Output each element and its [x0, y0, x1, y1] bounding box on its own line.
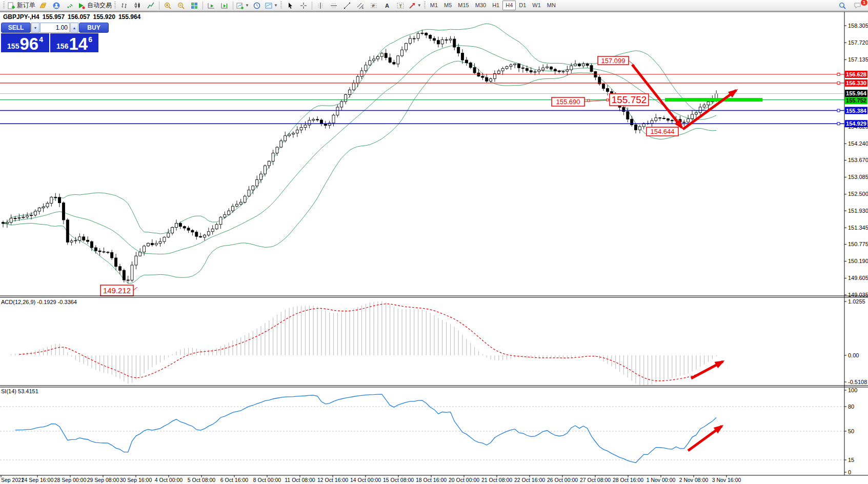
bar-chart-button[interactable] [117, 1, 131, 11]
period-button[interactable] [250, 1, 264, 11]
timeframe-m5-button[interactable]: M5 [441, 1, 455, 10]
one-click-trading-panel: SELL ▼ ▲ BUY 155964 156146 [1, 23, 98, 52]
chart-shift-button[interactable] [218, 1, 231, 11]
timeframe-m30-button[interactable]: M30 [472, 1, 489, 10]
svg-text:154.240: 154.240 [848, 140, 868, 147]
crosshair-icon [299, 2, 308, 10]
svg-text:154.644: 154.644 [651, 128, 675, 135]
gold-button[interactable] [36, 1, 50, 11]
notifications-button[interactable]: 1 [851, 1, 864, 11]
toolbar: 新订单自动交易▼▼EFAT▼M1M5M15M30H1H4D1W1MN1 [0, 0, 868, 11]
line-chart-button[interactable] [144, 1, 157, 11]
buy-price-sup: 6 [88, 35, 92, 44]
fibo-button[interactable]: F [367, 1, 380, 11]
svg-text:30 Sep 16:00: 30 Sep 16:00 [120, 477, 152, 483]
svg-text:1.0255: 1.0255 [848, 298, 865, 305]
timeframe-m15-button[interactable]: M15 [455, 1, 472, 10]
svg-text:Sep 2021: Sep 2021 [1, 477, 24, 483]
chevron-down-icon: ▼ [417, 3, 421, 8]
auto-scroll-button[interactable] [205, 1, 218, 11]
svg-text:E: E [361, 6, 364, 9]
symbol-timeframe: GBPJPY-,H4 [3, 13, 39, 21]
label-button[interactable]: T [394, 1, 407, 11]
signal-icon [66, 2, 74, 10]
chart-svg: 157.099155.690155.752154.644149.212158.3… [0, 0, 868, 484]
volume-increase-button[interactable]: ▲ [70, 23, 78, 33]
vline-button[interactable] [314, 1, 327, 11]
candle-chart-button[interactable] [131, 1, 144, 11]
svg-text:50: 50 [848, 428, 854, 434]
timeframe-m1-button[interactable]: M1 [427, 1, 441, 10]
cursor-button[interactable] [284, 1, 297, 11]
hline-icon [330, 2, 338, 10]
svg-text:-0.5108: -0.5108 [848, 379, 867, 385]
svg-text:11 Oct 08:00: 11 Oct 08:00 [285, 477, 315, 483]
timeframe-w1-button[interactable]: W1 [529, 1, 544, 10]
toolbar-grip[interactable] [424, 2, 426, 9]
svg-text:6 Oct 16:00: 6 Oct 16:00 [220, 477, 248, 483]
sell-price[interactable]: 155964 [1, 33, 49, 52]
zoom-out-button[interactable] [174, 1, 188, 11]
hline-button[interactable] [327, 1, 340, 11]
toolbar-separator [159, 2, 159, 10]
svg-text:155.690: 155.690 [556, 98, 580, 106]
new-order-button[interactable]: 新订单 [6, 1, 36, 11]
channel-button[interactable]: E [354, 1, 367, 11]
toolbar-grip[interactable] [114, 2, 116, 9]
svg-text:100: 100 [848, 387, 857, 393]
svg-text:158.305: 158.305 [848, 23, 868, 29]
svg-text:150.190: 150.190 [848, 258, 868, 264]
svg-text:27 Oct 08:00: 27 Oct 08:00 [580, 477, 611, 483]
autotrade-button[interactable]: 自动交易 [76, 1, 113, 11]
channel-icon: E [356, 2, 365, 10]
label-icon: T [396, 2, 405, 10]
volume-decrease-button[interactable]: ▼ [31, 23, 39, 33]
timeframe-d1-button[interactable]: D1 [516, 1, 529, 10]
arrows-button[interactable]: ▼ [407, 1, 422, 11]
tile-windows-button[interactable] [188, 1, 201, 11]
svg-text:0: 0 [848, 469, 851, 475]
timeframe-h4-button[interactable]: H4 [502, 1, 516, 10]
svg-text:150.775: 150.775 [848, 241, 868, 247]
svg-text:149.605: 149.605 [848, 275, 868, 281]
text-icon: A [383, 2, 391, 10]
template-button[interactable]: ▼ [264, 1, 279, 11]
community-button[interactable] [50, 1, 63, 11]
signals-button[interactable] [63, 1, 76, 11]
timeframe-mn-button[interactable]: MN [544, 1, 559, 10]
buy-button[interactable]: BUY [79, 23, 109, 33]
buy-price[interactable]: 156146 [50, 33, 98, 52]
svg-text:149.212: 149.212 [103, 286, 131, 295]
svg-text:3 Nov 16:00: 3 Nov 16:00 [712, 477, 741, 483]
tile-windows-icon [190, 2, 198, 10]
trendline-button[interactable] [340, 1, 354, 11]
new-chart-button[interactable]: ▼ [235, 1, 250, 11]
search-button[interactable] [836, 1, 849, 11]
text-button[interactable]: A [380, 1, 394, 11]
sell-price-small: 155 [7, 42, 19, 50]
new-chart-icon [236, 2, 244, 10]
toolbar-grip[interactable] [280, 2, 282, 9]
svg-text:5 Oct 08:00: 5 Oct 08:00 [188, 477, 215, 483]
volume-input[interactable] [40, 23, 70, 33]
toolbar-grip[interactable] [3, 2, 5, 9]
support-zone[interactable] [665, 98, 762, 102]
zoom-in-button[interactable] [161, 1, 174, 11]
crosshair-button[interactable] [297, 1, 310, 11]
sell-button[interactable]: SELL [1, 23, 31, 33]
chart-canvas: 157.099155.690155.752154.644149.212158.3… [0, 0, 868, 484]
svg-text:26 Oct 00:00: 26 Oct 00:00 [547, 477, 578, 483]
svg-text:155.752: 155.752 [846, 97, 866, 104]
macd-indicator-label: ACD(12,26,9) -0.1929 -0.3364 [1, 299, 77, 305]
svg-text:0.00: 0.00 [848, 352, 859, 358]
svg-text:151.930: 151.930 [848, 208, 868, 214]
zoom-in-icon [164, 2, 172, 10]
timeframe-h1-button[interactable]: H1 [489, 1, 502, 10]
svg-text:18 Oct 16:00: 18 Oct 16:00 [416, 477, 447, 483]
toolbar-separator [233, 2, 233, 10]
ohlc-high: 156.057 [68, 13, 90, 21]
svg-text:151.345: 151.345 [848, 225, 868, 231]
time-scale[interactable]: Sep 202124 Sep 16:0028 Sep 00:0029 Sep 0… [1, 475, 741, 483]
svg-text:21 Oct 08:00: 21 Oct 08:00 [481, 477, 512, 483]
cursor-icon [286, 2, 294, 10]
